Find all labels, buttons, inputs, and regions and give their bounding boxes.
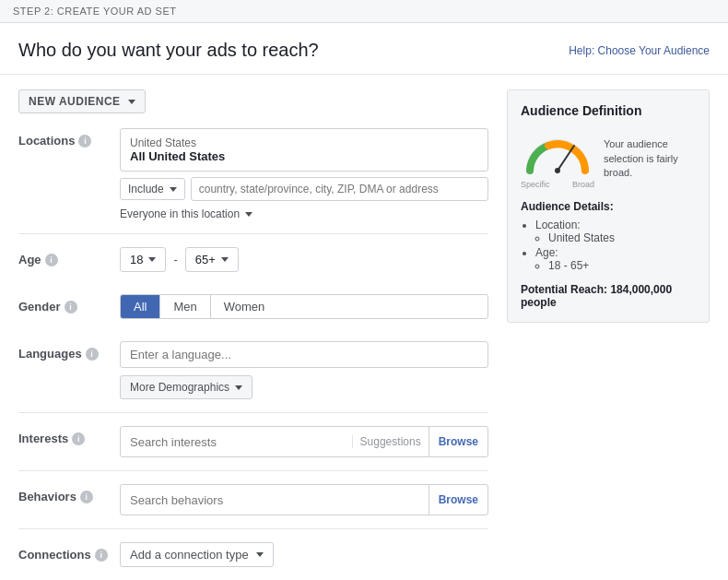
languages-info-icon[interactable]: i xyxy=(86,348,99,361)
connections-content: Add a connection type xyxy=(120,542,488,567)
audience-panel: Audience Definition xyxy=(507,89,710,580)
locations-row: Locations i United States All United Sta… xyxy=(18,128,488,234)
location-search-input[interactable] xyxy=(191,177,488,201)
interests-info-icon[interactable]: i xyxy=(72,432,85,445)
age-min-chevron-icon xyxy=(148,257,156,262)
everyone-location[interactable]: Everyone in this location xyxy=(120,207,252,220)
connections-select-chevron-icon xyxy=(256,552,264,557)
languages-label: Languages i xyxy=(18,341,120,361)
audience-details-title: Audience Details: xyxy=(521,200,696,213)
behaviors-browse-button[interactable]: Browse xyxy=(429,485,487,515)
include-select[interactable]: Include xyxy=(120,178,185,200)
more-demographics-button[interactable]: More Demographics xyxy=(120,375,252,399)
gender-row: Gender i All Men Women xyxy=(18,294,488,328)
gauge-chart xyxy=(521,129,594,175)
interests-content: Suggestions Browse xyxy=(120,426,488,457)
locations-content: United States All United States Include … xyxy=(120,128,488,220)
gauge-broad-label: Broad xyxy=(572,180,594,189)
gender-content: All Men Women xyxy=(120,294,488,319)
interests-input-wrap: Suggestions Browse xyxy=(120,426,488,457)
potential-reach: Potential Reach: 184,000,000 people xyxy=(521,283,696,309)
age-selector: 18 - 65+ xyxy=(120,247,488,272)
gender-women-button[interactable]: Women xyxy=(211,295,278,318)
gender-all-button[interactable]: All xyxy=(121,295,160,318)
gender-group: All Men Women xyxy=(120,294,488,319)
languages-content: More Demographics xyxy=(120,341,488,399)
audience-definition-title: Audience Definition xyxy=(521,103,696,118)
interests-row: Interests i Suggestions Browse xyxy=(18,426,488,471)
page-title: Who do you want your ads to reach? xyxy=(18,40,319,61)
details-age-item: Age: 18 - 65+ xyxy=(535,246,696,272)
age-content: 18 - 65+ xyxy=(120,247,488,272)
form-panel: NEW AUDIENCE Locations i United States A… xyxy=(18,89,488,580)
age-max-select[interactable]: 65+ xyxy=(185,247,239,272)
behaviors-label: Behaviors i xyxy=(18,484,120,503)
location-country: United States xyxy=(130,136,478,149)
step-bar: STEP 2: CREATE YOUR AD SET xyxy=(0,0,728,23)
gauge-labels: Specific Broad xyxy=(521,180,594,189)
location-name: All United States xyxy=(130,149,478,163)
connections-info-icon[interactable]: i xyxy=(95,549,108,562)
include-chevron-icon xyxy=(170,187,177,192)
location-box: United States All United States xyxy=(120,128,488,172)
behaviors-content: Browse xyxy=(120,484,488,515)
audience-details: Audience Details: Location: United State… xyxy=(521,200,696,272)
gauge-specific-label: Specific xyxy=(521,180,550,189)
gender-men-button[interactable]: Men xyxy=(160,295,210,318)
connections-label: Connections i xyxy=(18,542,120,562)
behaviors-info-icon[interactable]: i xyxy=(80,491,93,503)
details-location-sub: United States xyxy=(535,231,696,244)
gauge-container: Specific Broad Your audience selection i… xyxy=(521,129,696,189)
details-location-item: Location: United States xyxy=(535,219,696,244)
audience-details-list: Location: United States Age: 18 - 65+ xyxy=(521,219,696,272)
gauge-description: Your audience selection is fairly broad. xyxy=(604,137,696,180)
help-link[interactable]: Help: Choose Your Audience xyxy=(569,44,710,57)
behaviors-row: Behaviors i Browse xyxy=(18,484,488,529)
age-dash: - xyxy=(173,253,177,266)
languages-input[interactable] xyxy=(120,341,488,368)
interests-search-input[interactable] xyxy=(121,430,352,455)
interests-browse-button[interactable]: Browse xyxy=(429,427,487,456)
connections-row: Connections i Add a connection type xyxy=(18,542,488,580)
behaviors-search-input[interactable] xyxy=(121,488,429,513)
languages-row: Languages i More Demographics xyxy=(18,341,488,413)
age-min-select[interactable]: 18 xyxy=(120,247,166,272)
everyone-location-chevron-icon xyxy=(245,212,252,217)
gender-label: Gender i xyxy=(18,294,120,314)
age-max-chevron-icon xyxy=(221,257,229,262)
step-label: STEP 2: CREATE YOUR AD SET xyxy=(13,6,176,17)
svg-point-1 xyxy=(555,168,560,173)
interests-label: Interests i xyxy=(18,426,120,445)
more-demographics-chevron-icon xyxy=(235,385,242,390)
new-audience-label: NEW AUDIENCE xyxy=(29,95,121,108)
locations-info-icon[interactable]: i xyxy=(78,135,91,148)
behaviors-input-wrap: Browse xyxy=(120,484,488,515)
age-label: Age i xyxy=(18,247,120,266)
audience-definition: Audience Definition xyxy=(507,89,710,323)
details-age-sub: 18 - 65+ xyxy=(535,259,696,272)
connections-type-select[interactable]: Add a connection type xyxy=(120,542,274,567)
page-header: Who do you want your ads to reach? Help:… xyxy=(0,23,728,75)
gauge-wrap: Specific Broad xyxy=(521,129,594,189)
locations-label: Locations i xyxy=(18,128,120,148)
new-audience-button[interactable]: NEW AUDIENCE xyxy=(18,89,146,113)
new-audience-chevron-icon xyxy=(128,100,135,104)
age-info-icon[interactable]: i xyxy=(45,254,58,266)
age-row: Age i 18 - 65+ xyxy=(18,247,488,281)
details-location-value: United States xyxy=(548,231,696,244)
svg-line-0 xyxy=(558,146,574,171)
interests-suggestions-link[interactable]: Suggestions xyxy=(352,435,429,448)
gender-info-icon[interactable]: i xyxy=(65,301,77,314)
details-age-value: 18 - 65+ xyxy=(548,259,696,272)
include-row: Include xyxy=(120,177,488,201)
